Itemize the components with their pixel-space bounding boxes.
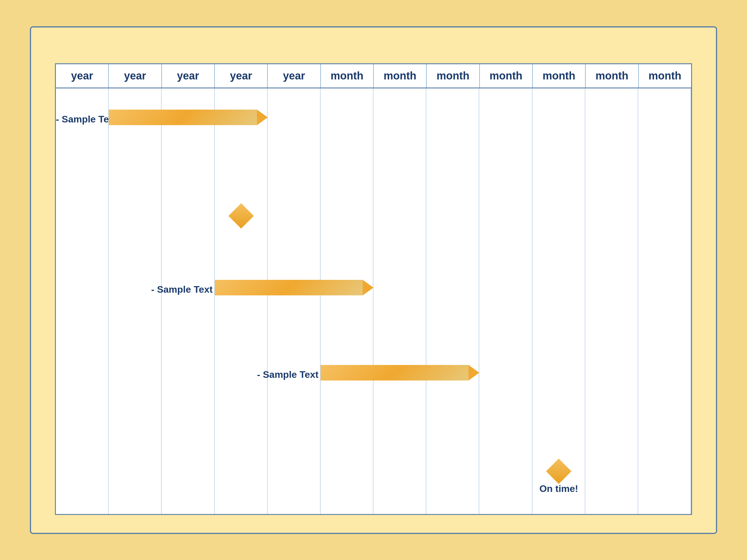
gantt-col-5 xyxy=(320,88,374,514)
gantt-col-7 xyxy=(427,88,479,514)
header-cell-9: month xyxy=(533,64,586,87)
header-cell-7: month xyxy=(427,64,480,87)
gantt-col-0 xyxy=(56,88,109,514)
header-cell-0: year xyxy=(56,64,109,87)
gantt-col-1 xyxy=(109,88,162,514)
header-cell-4: year xyxy=(268,64,320,87)
header-cell-6: month xyxy=(374,64,427,87)
header-cell-1: year xyxy=(109,64,162,87)
header-cell-11: month xyxy=(639,64,691,87)
gantt-col-9 xyxy=(533,88,585,514)
gantt-col-3 xyxy=(215,88,268,514)
gantt-col-11 xyxy=(638,88,691,514)
slide: yearyearyearyearyearmonthmonthmonthmonth… xyxy=(30,26,717,534)
gantt-header: yearyearyearyearyearmonthmonthmonthmonth… xyxy=(56,64,691,88)
header-cell-8: month xyxy=(480,64,533,87)
gantt-col-8 xyxy=(479,88,532,514)
gantt-col-4 xyxy=(268,88,320,514)
gantt-chart: yearyearyearyearyearmonthmonthmonthmonth… xyxy=(55,63,692,515)
header-cell-10: month xyxy=(586,64,639,87)
header-cell-5: month xyxy=(321,64,374,87)
gantt-col-10 xyxy=(585,88,638,514)
header-cell-3: year xyxy=(215,64,268,87)
gantt-body: - Sample Text- Sample Text- Sample TextO… xyxy=(56,88,691,514)
gantt-col-6 xyxy=(374,88,427,514)
header-cell-2: year xyxy=(162,64,215,87)
gantt-col-2 xyxy=(162,88,214,514)
